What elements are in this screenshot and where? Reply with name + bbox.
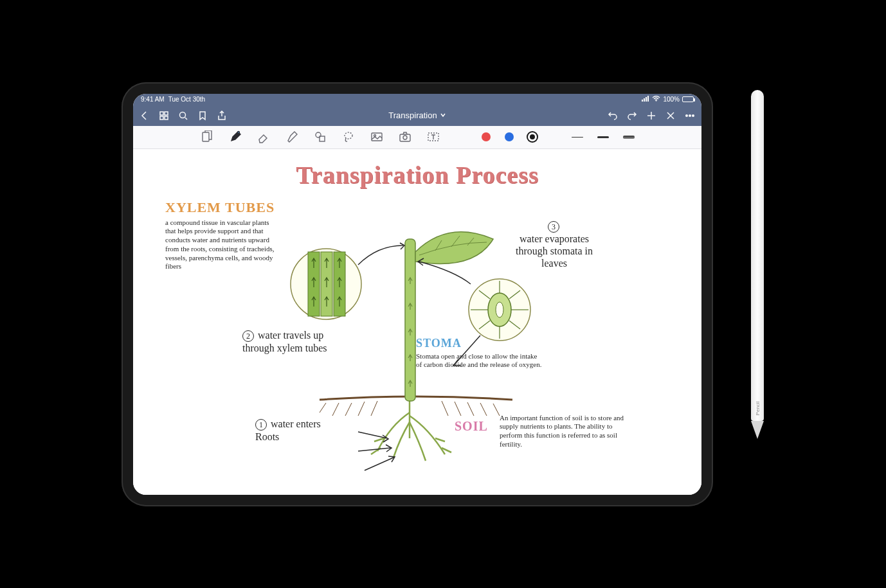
svg-rect-0 <box>642 100 643 102</box>
svg-rect-6 <box>165 112 168 115</box>
eraser-tool-button[interactable] <box>257 130 271 144</box>
pencil-brand-label: Pencil <box>755 402 761 416</box>
document-title: Transpiration <box>388 111 437 120</box>
search-button[interactable] <box>178 111 188 121</box>
svg-rect-1 <box>644 98 645 102</box>
document-title-dropdown[interactable]: Transpiration <box>388 111 446 120</box>
svg-line-23 <box>320 403 326 413</box>
status-date: Tue Oct 30th <box>168 96 205 103</box>
lasso-tool-button[interactable] <box>341 130 356 144</box>
svg-rect-33 <box>405 239 415 401</box>
redo-button[interactable] <box>627 111 637 121</box>
svg-point-10 <box>686 114 688 116</box>
color-swatch-black[interactable] <box>528 132 537 141</box>
battery-percent: 100% <box>663 96 680 103</box>
page-tool-button[interactable] <box>200 130 214 144</box>
stroke-width-thin[interactable] <box>572 137 583 138</box>
note-title: Transpiration Process <box>296 161 538 189</box>
undo-button[interactable] <box>608 111 618 121</box>
highlighter-tool-button[interactable] <box>285 130 299 144</box>
more-button[interactable] <box>685 111 695 121</box>
svg-point-40 <box>496 302 503 317</box>
svg-point-12 <box>692 114 694 116</box>
svg-point-19 <box>374 135 376 137</box>
xylem-description: a compound tissue in vascular plants tha… <box>165 218 275 272</box>
apple-pencil: Pencil <box>751 90 764 450</box>
svg-line-29 <box>455 402 461 416</box>
grid-view-button[interactable] <box>159 111 169 121</box>
svg-point-4 <box>656 100 657 102</box>
text-tool-button[interactable] <box>426 130 440 144</box>
camera-tool-button[interactable] <box>398 130 412 144</box>
svg-point-17 <box>345 132 352 139</box>
plant-diagram <box>281 200 551 490</box>
pen-tool-button[interactable] <box>228 130 242 144</box>
note-canvas[interactable]: Transpiration Process XYLEM TUBES a comp… <box>133 149 701 495</box>
svg-line-26 <box>358 402 365 416</box>
image-tool-button[interactable] <box>370 130 384 144</box>
svg-rect-8 <box>165 116 168 120</box>
bookmark-button[interactable] <box>197 111 208 121</box>
svg-line-32 <box>493 404 500 416</box>
shapes-tool-button[interactable] <box>313 130 327 144</box>
stroke-width-thick[interactable] <box>623 136 635 139</box>
svg-line-30 <box>467 402 474 416</box>
app-nav-bar: Transpiration <box>133 105 701 126</box>
battery-icon <box>682 96 694 102</box>
svg-rect-2 <box>646 97 647 102</box>
svg-rect-3 <box>647 96 649 102</box>
chevron-down-icon <box>440 111 446 120</box>
svg-line-24 <box>332 403 339 416</box>
xylem-heading: XYLEM TUBES <box>165 199 275 216</box>
ipad-screen: 9:41 AM Tue Oct 30th 100% <box>133 94 701 495</box>
tool-bar <box>133 126 701 149</box>
stylus-settings-button[interactable] <box>665 111 676 121</box>
svg-line-28 <box>442 401 448 416</box>
svg-rect-5 <box>160 112 163 115</box>
signal-icon <box>642 96 649 103</box>
svg-point-9 <box>180 112 186 118</box>
svg-line-31 <box>480 403 487 416</box>
status-time: 9:41 AM <box>141 96 165 103</box>
color-swatch-red[interactable] <box>482 132 491 141</box>
svg-line-25 <box>345 403 352 416</box>
svg-point-11 <box>689 114 691 116</box>
svg-point-15 <box>316 132 321 138</box>
svg-rect-13 <box>203 132 209 141</box>
svg-point-14 <box>238 132 240 134</box>
wifi-icon <box>652 96 660 103</box>
back-button[interactable] <box>140 111 150 121</box>
add-button[interactable] <box>646 111 656 121</box>
status-bar: 9:41 AM Tue Oct 30th 100% <box>133 94 701 105</box>
stroke-width-medium[interactable] <box>597 136 609 138</box>
share-button[interactable] <box>217 111 227 121</box>
ipad-device-frame: 9:41 AM Tue Oct 30th 100% <box>122 82 713 506</box>
svg-point-21 <box>403 136 407 139</box>
color-swatch-blue[interactable] <box>505 132 514 141</box>
svg-rect-7 <box>160 116 163 120</box>
svg-line-27 <box>371 401 377 416</box>
